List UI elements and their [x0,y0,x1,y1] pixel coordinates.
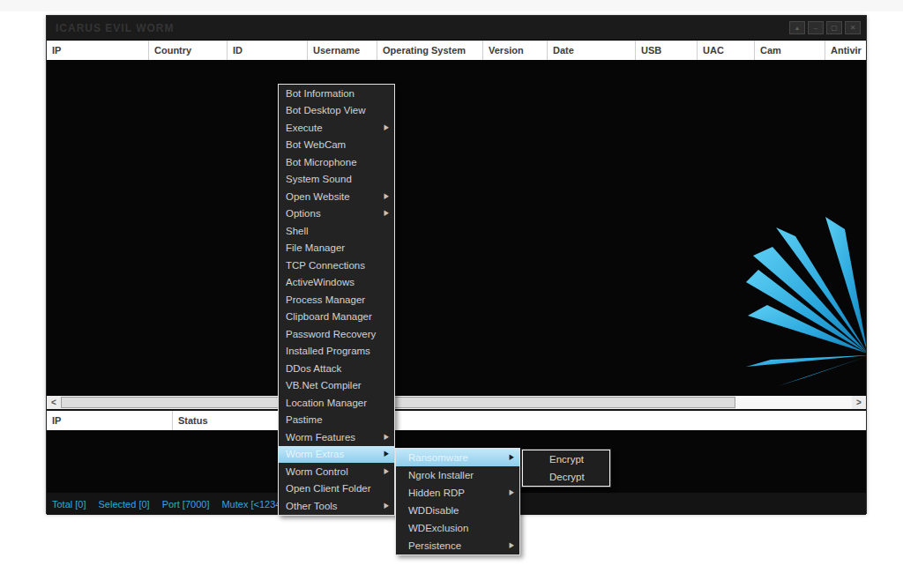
context-menu-item[interactable]: Open Client Folder ▶ [279,480,394,498]
context-menu-item[interactable]: System Sound ▶ [279,171,394,189]
scroll-left-icon: < [51,398,56,407]
status-bar-item: Total [0] [52,499,86,510]
context-menu-item[interactable]: TCP Connections ▶ [279,257,394,274]
menu-item-label: Options [286,208,321,219]
context-menu-item[interactable]: Options ▶ [279,205,394,223]
status-bar-item: Port [7000] [162,499,210,510]
bot-table-column-header[interactable]: Cam [755,41,825,60]
window-control-button[interactable]: – [808,21,824,34]
menu-item-label: Other Tools [286,501,338,511]
bot-table-column-header[interactable]: Antivir [825,41,866,60]
menu-item-label: Pastime [286,414,323,425]
menu-item-label: System Sound [286,174,352,184]
context-menu-item[interactable]: Execute ▶ [279,119,394,137]
context-menu-item[interactable]: Clipboard Manager ▶ [279,309,394,326]
submenu-arrow-icon: ▶ [384,433,389,442]
bot-table-column-header[interactable]: USB [636,41,698,60]
submenu-arrow-icon: ▶ [384,502,389,510]
title-bar[interactable]: ICARUS EVIL WORM ▴ – ▢ ✕ [47,16,866,41]
menu-item-label: Open Client Folder [286,483,371,494]
context-menu-item[interactable]: Location Manager ▶ [279,394,394,412]
bot-table-column-header[interactable]: Version [483,41,548,60]
menu-item-label: Ransomware [408,452,468,463]
submenu-arrow-icon: ▶ [510,488,514,497]
window-control-icon: ▴ [795,25,799,32]
horizontal-scrollbar[interactable]: < > [47,396,866,409]
menu-item-label: Worm Control [286,466,348,477]
menu-item-label: TCP Connections [286,260,365,271]
menu-item-label: Location Manager [286,398,367,408]
logo-wing-icon [746,217,866,393]
context-menu-item[interactable]: VB.Net Compiler ▶ [279,377,394,395]
window-control-icon: ▢ [831,25,838,32]
scroll-right-button[interactable]: > [852,396,866,409]
menu-item-label: Bot Information [286,88,354,99]
bot-table-column-header[interactable]: Country [149,41,228,60]
bot-table-header: IP Country ID Username Operating System … [47,41,866,60]
submenu-item[interactable]: WDDisable ▶ [396,502,519,519]
context-menu-item[interactable]: Open Website ▶ [279,188,394,205]
window-control-icon: ✕ [850,25,856,32]
menu-item-label: Installed Programs [286,346,370,356]
context-menu-item[interactable]: Installed Programs ▶ [279,343,394,361]
submenu-item[interactable]: WDExclusion ▶ [396,519,519,537]
menu-item-label: Decrypt [549,472,585,482]
menu-item-label: Bot Microphone [286,157,357,167]
menu-item-label: Bot WebCam [286,139,346,150]
scrollbar-thumb[interactable] [61,397,735,408]
bot-table-column-header[interactable]: Date [548,41,636,60]
bot-table-column-header[interactable]: IP [47,41,149,60]
status-bar-item: Selected [0] [99,499,150,510]
context-menu-item[interactable]: Password Recovery ▶ [279,325,394,343]
menu-item-label: Persistence [408,540,461,551]
window-control-button[interactable]: ▴ [789,21,805,34]
context-menu-item[interactable]: Other Tools ▶ [279,497,394,515]
menu-item-label: WDExclusion [408,523,468,533]
context-menu-item[interactable]: DDos Attack ▶ [279,360,394,377]
rat-main-window: ICARUS EVIL WORM ▴ – ▢ ✕ [46,15,867,514]
context-menu-item[interactable]: Bot Information ▶ [279,85,394,102]
context-menu-item[interactable]: Bot WebCam ▶ [279,137,394,154]
menu-item-label: Password Recovery [286,329,376,339]
context-menu-item[interactable]: Bot Microphone ▶ [279,153,394,171]
worm-extras-submenu: Ransomware ▶ Ngrok Installer ▶ Hidden RD… [395,448,520,555]
submenu-item[interactable]: Persistence ▶ [396,537,519,555]
bot-table-column-header[interactable]: Operating System [377,41,483,60]
context-menu-item[interactable]: Pastime ▶ [279,412,394,429]
menu-item-label: DDos Attack [286,363,341,374]
submenu-item[interactable]: Hidden RDP ▶ [396,484,519,502]
desktop-top-strip [0,0,903,11]
context-menu-item[interactable]: File Manager ▶ [279,240,394,257]
bot-list-area[interactable] [47,60,866,396]
menu-item-label: Worm Extras [286,449,344,459]
submenu-item[interactable]: Encrypt [523,450,609,468]
scroll-left-button[interactable]: < [47,396,61,409]
context-menu-item[interactable]: Worm Features ▶ [279,428,394,446]
submenu-arrow-icon: ▶ [384,192,389,201]
menu-item-label: Worm Features [286,432,355,443]
window-controls: ▴ – ▢ ✕ [789,21,861,34]
bot-table-column-header[interactable]: Username [308,41,377,60]
menu-item-label: Ngrok Installer [408,470,474,480]
menu-item-label: Open Website [286,191,350,202]
window-control-icon: – [814,25,817,32]
submenu-item[interactable]: Decrypt [523,468,609,486]
submenu-item[interactable]: Ngrok Installer ▶ [396,466,519,484]
menu-item-label: VB.Net Compiler [286,380,362,391]
status-table-column-header[interactable]: IP [47,411,173,430]
window-control-button[interactable]: ✕ [845,21,861,34]
scrollbar-track[interactable] [735,396,852,409]
menu-item-label: Clipboard Manager [286,311,372,322]
window-control-button[interactable]: ▢ [826,21,842,34]
bot-table-column-header[interactable]: UAC [698,41,755,60]
context-menu-item[interactable]: Bot Desktop View ▶ [279,102,394,120]
submenu-item[interactable]: Ransomware ▶ [396,449,519,466]
context-menu-item[interactable]: ActiveWindows ▶ [279,274,394,292]
context-menu-item[interactable]: Worm Extras ▶ [279,446,394,464]
context-menu-item[interactable]: Shell ▶ [279,222,394,240]
context-menu-item[interactable]: Process Manager ▶ [279,291,394,309]
context-menu-item[interactable]: Worm Control ▶ [279,463,394,480]
submenu-arrow-icon: ▶ [384,209,389,218]
bot-table-column-header[interactable]: ID [228,41,308,60]
menu-item-label: WDDisable [408,505,459,516]
